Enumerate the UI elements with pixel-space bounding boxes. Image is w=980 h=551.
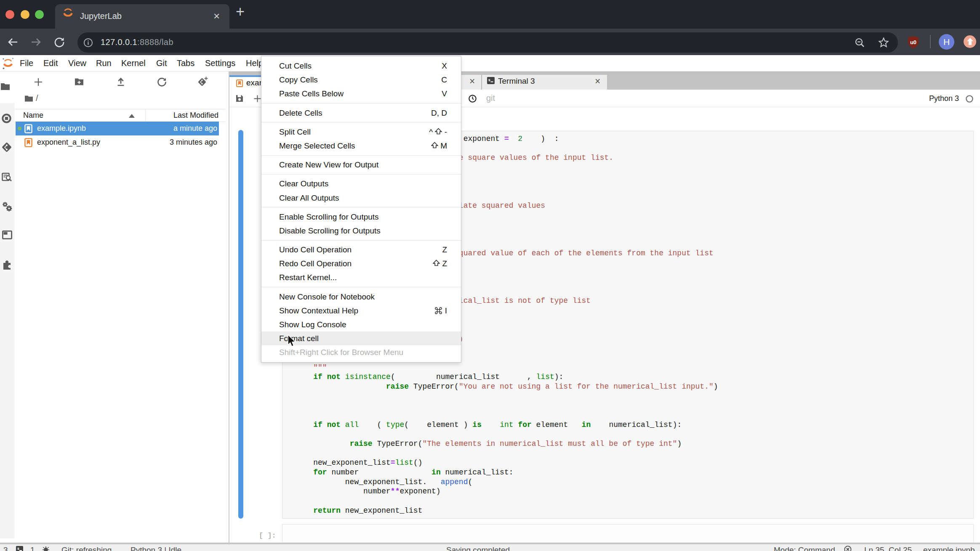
svg-text:u0: u0 [910,39,916,45]
svg-text:$: $ [488,78,490,82]
svg-text:$: $ [17,547,19,551]
